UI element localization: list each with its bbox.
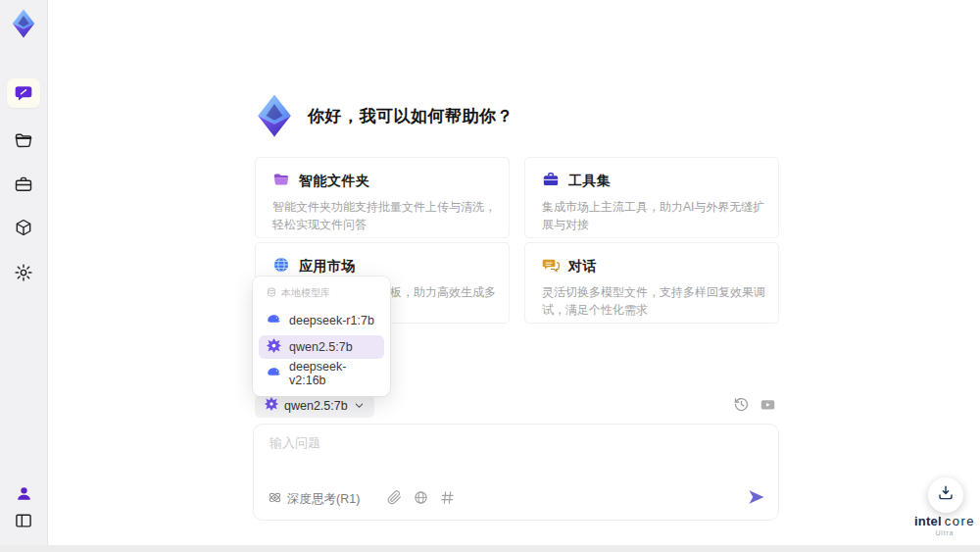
card-description: 灵活切换多模型文件，支持多样回复效果调试，满足个性化需求	[542, 283, 767, 319]
globe-icon[interactable]	[414, 490, 428, 509]
model-option-deepseek-r1[interactable]: deepseek-r1:7b	[259, 309, 384, 332]
send-button[interactable]	[747, 487, 766, 511]
model-option-label: deepseek-r1:7b	[289, 314, 374, 327]
model-dropdown: 本地模型库 deepseek-r1:7b qwen2.5:7b	[253, 276, 390, 396]
smart-folder-icon	[272, 171, 290, 192]
card-title: 智能文件夹	[299, 173, 370, 190]
user-icon	[15, 484, 33, 503]
sidebar-item-chat[interactable]	[7, 78, 40, 108]
composer-icons	[387, 490, 455, 509]
model-option-label: qwen2.5:7b	[289, 340, 353, 354]
sidebar-item-collapse[interactable]	[7, 506, 40, 535]
chat-bubble-icon	[14, 83, 33, 103]
dialog-icon	[542, 256, 560, 277]
chevron-down-icon	[354, 397, 365, 415]
deepseek-whale-icon	[267, 365, 281, 382]
intel-logo-text: intel	[914, 514, 942, 528]
gear-icon	[14, 263, 33, 282]
sidebar-item-tools[interactable]	[7, 170, 40, 199]
download-button[interactable]	[928, 477, 963, 513]
sidebar	[0, 0, 48, 552]
card-toolset[interactable]: 工具集 集成市场上主流工具，助力AI与外界无缝扩展与对接	[524, 157, 779, 238]
card-title: 应用市场	[299, 258, 356, 276]
sidebar-item-account[interactable]	[7, 478, 40, 508]
library-icon	[267, 287, 276, 299]
sidebar-item-files[interactable]	[7, 125, 40, 155]
core-logo-text: core	[945, 514, 975, 528]
card-title: 对话	[568, 258, 597, 276]
deep-think-toggle[interactable]: 深度思考(R1)	[268, 490, 360, 508]
greeting-title: 你好，我可以如何帮助你？	[308, 94, 514, 139]
selected-model-label: qwen2.5:7b	[284, 399, 348, 413]
model-dropdown-header-label: 本地模型库	[281, 286, 330, 300]
model-option-qwen[interactable]: qwen2.5:7b	[259, 335, 384, 359]
panel-layout-icon	[14, 511, 33, 530]
card-description: 集成市场上主流工具，助力AI与外界无缝扩展与对接	[542, 198, 767, 233]
window-bottom-edge	[0, 545, 980, 552]
history-icon[interactable]	[733, 396, 750, 417]
video-icon[interactable]	[760, 396, 776, 417]
card-dialog[interactable]: 对话 灵活切换多模型文件，支持多样回复效果调试，满足个性化需求	[524, 242, 779, 324]
composer: 深度思考(R1)	[253, 424, 779, 521]
download-icon	[937, 484, 955, 506]
message-input[interactable]	[268, 434, 663, 451]
cube-icon	[14, 218, 33, 237]
sidebar-item-models[interactable]	[7, 213, 40, 242]
app-logo-icon	[8, 8, 39, 39]
deepseek-whale-icon	[267, 312, 281, 329]
model-option-deepseek-v2[interactable]: deepseek-v2:16b	[259, 362, 384, 385]
model-dropdown-header: 本地模型库	[253, 282, 390, 306]
folder-icon	[14, 130, 33, 150]
card-description: 智能文件夹功能支持批量文件上传与清洗，轻松实现文件问答	[272, 198, 498, 233]
atom-icon	[268, 490, 282, 508]
briefcase-icon	[14, 175, 33, 194]
model-selector-button[interactable]: qwen2.5:7b	[255, 394, 374, 418]
intel-sub-text: Ultra	[909, 529, 980, 536]
model-option-label: deepseek-v2:16b	[289, 360, 376, 387]
hash-icon[interactable]	[440, 490, 455, 509]
deep-think-label: 深度思考(R1)	[287, 491, 360, 508]
composer-top-icons	[733, 396, 776, 417]
composer-toolbar: 深度思考(R1)	[268, 488, 766, 510]
card-smart-folder[interactable]: 智能文件夹 智能文件夹功能支持批量文件上传与清洗，轻松实现文件问答	[255, 157, 510, 238]
intel-core-badge: intelcore Ultra	[909, 514, 980, 536]
app-window: 你好，我可以如何帮助你？ 智能文件夹 智能文件夹功能支持批量文件上传与清洗，轻松…	[0, 0, 980, 552]
qwen-star-icon	[265, 397, 278, 415]
toolset-icon	[542, 171, 560, 192]
app-market-icon	[272, 256, 290, 277]
sidebar-item-settings[interactable]	[7, 258, 40, 287]
card-title: 工具集	[568, 173, 612, 190]
qwen-star-icon	[267, 338, 281, 356]
hero-logo-icon	[251, 92, 298, 139]
paperclip-icon[interactable]	[387, 490, 402, 509]
